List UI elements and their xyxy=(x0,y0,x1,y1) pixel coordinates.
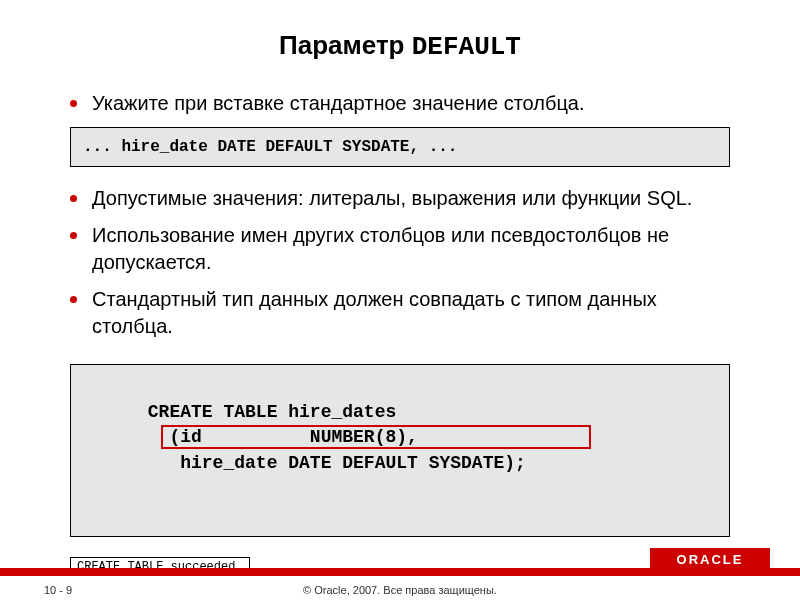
footer-strip: 10 - 9 © Oracle, 2007. Все права защищен… xyxy=(0,576,800,600)
spacer xyxy=(70,350,730,360)
bullet-text: Использование имен других столбцов или п… xyxy=(92,224,669,273)
code-block-inline: ... hire_date DATE DEFAULT SYSDATE, ... xyxy=(70,127,730,167)
bullet-text: Допустимые значения: литералы, выражения… xyxy=(92,187,692,209)
title-keyword: DEFAULT xyxy=(412,32,521,62)
footer: ORACLE 10 - 9 © Oracle, 2007. Все права … xyxy=(0,542,800,600)
title-prefix: Параметр xyxy=(279,30,412,60)
bullet-item: Использование имен других столбцов или п… xyxy=(70,222,730,276)
content-area: Параметр DEFAULT Укажите при вставке ста… xyxy=(0,0,800,577)
bullet-text: Стандартный тип данных должен совпадать … xyxy=(92,288,657,337)
bullet-list: Допустимые значения: литералы, выражения… xyxy=(70,185,730,340)
slide-title: Параметр DEFAULT xyxy=(70,30,730,62)
code-block-main: CREATE TABLE hire_dates (id NUMBER(8), h… xyxy=(70,364,730,537)
bullet-item: Стандартный тип данных должен совпадать … xyxy=(70,286,730,340)
footer-red-bar xyxy=(0,568,800,576)
copyright-text: © Oracle, 2007. Все права защищены. xyxy=(0,584,800,596)
bullet-text: Укажите при вставке стандартное значение… xyxy=(92,92,585,114)
code-content: CREATE TABLE hire_dates (id NUMBER(8), h… xyxy=(83,402,526,472)
bullet-item: Укажите при вставке стандартное значение… xyxy=(70,90,730,117)
bullet-list: Укажите при вставке стандартное значение… xyxy=(70,90,730,117)
bullet-item: Допустимые значения: литералы, выражения… xyxy=(70,185,730,212)
slide: Параметр DEFAULT Укажите при вставке ста… xyxy=(0,0,800,600)
oracle-logo: ORACLE xyxy=(650,548,770,570)
